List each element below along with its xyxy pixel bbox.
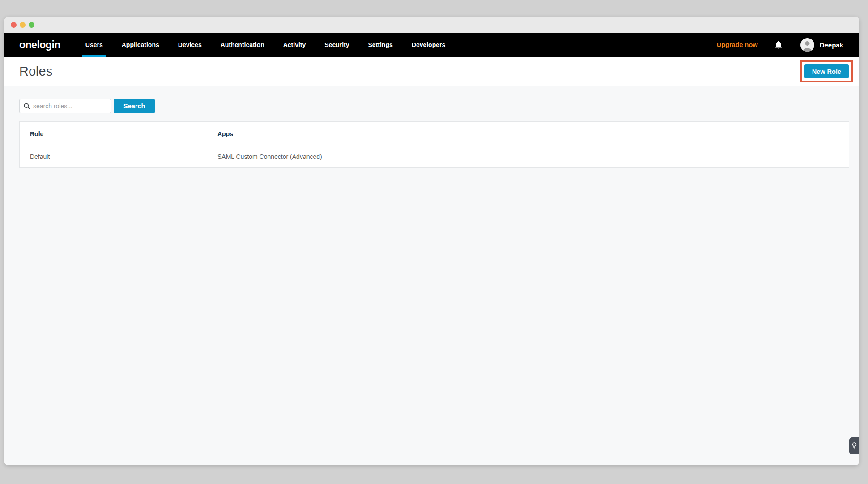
role-name-cell[interactable]: Default (30, 153, 217, 160)
notifications-bell-icon[interactable] (774, 40, 783, 49)
person-icon (800, 38, 814, 52)
search-button[interactable]: Search (114, 99, 155, 113)
nav-item-applications[interactable]: Applications (119, 33, 162, 57)
column-header-apps: Apps (217, 130, 849, 137)
maximize-window-button[interactable] (29, 22, 34, 28)
roles-table: Role Apps Default SAML Custom Connector … (19, 121, 849, 168)
nav-item-settings[interactable]: Settings (365, 33, 396, 57)
table-row[interactable]: Default SAML Custom Connector (Advanced) (20, 146, 849, 167)
new-role-button[interactable]: New Role (804, 64, 849, 78)
column-header-role: Role (30, 130, 217, 137)
user-name[interactable]: Deepak (820, 41, 843, 49)
minimize-window-button[interactable] (20, 22, 26, 28)
nav-item-label: Devices (178, 41, 202, 48)
annotation-highlight-box: New Role (800, 60, 853, 82)
role-apps-cell: SAML Custom Connector (Advanced) (217, 153, 849, 160)
page-header: Roles New Role (4, 57, 859, 86)
nav-item-label: Authentication (221, 41, 264, 48)
nav-right-group: Upgrade now Deepak (717, 33, 843, 57)
window-titlebar (4, 17, 859, 33)
page-body: Search Role Apps Default SAML Custom Con… (4, 86, 859, 465)
help-tab[interactable] (849, 437, 859, 454)
bell-icon (774, 40, 783, 49)
nav-item-activity[interactable]: Activity (280, 33, 309, 57)
nav-item-developers[interactable]: Developers (408, 33, 448, 57)
nav-item-users[interactable]: Users (82, 33, 106, 57)
search-icon (24, 103, 30, 109)
onelogin-logo[interactable]: onelogin (19, 39, 60, 51)
nav-item-security[interactable]: Security (321, 33, 352, 57)
table-header-row: Role Apps (20, 122, 849, 146)
close-window-button[interactable] (11, 22, 17, 28)
user-avatar[interactable] (800, 38, 814, 52)
nav-item-label: Activity (283, 41, 306, 48)
upgrade-now-link[interactable]: Upgrade now (717, 41, 758, 48)
page-title: Roles (19, 64, 52, 79)
nav-item-label: Users (85, 41, 103, 48)
nav-item-label: Developers (412, 41, 445, 48)
browser-window: onelogin Users Applications Devices Auth… (4, 17, 859, 465)
nav-item-devices[interactable]: Devices (175, 33, 205, 57)
nav-item-label: Settings (368, 41, 393, 48)
lightbulb-icon (852, 442, 857, 450)
nav-item-authentication[interactable]: Authentication (217, 33, 268, 57)
nav-items: Users Applications Devices Authenticatio… (82, 33, 448, 57)
nav-item-label: Applications (122, 41, 159, 48)
search-row: Search (19, 99, 849, 113)
search-box (19, 99, 111, 113)
top-navbar: onelogin Users Applications Devices Auth… (4, 33, 859, 57)
search-roles-input[interactable] (33, 103, 106, 110)
nav-item-label: Security (324, 41, 349, 48)
